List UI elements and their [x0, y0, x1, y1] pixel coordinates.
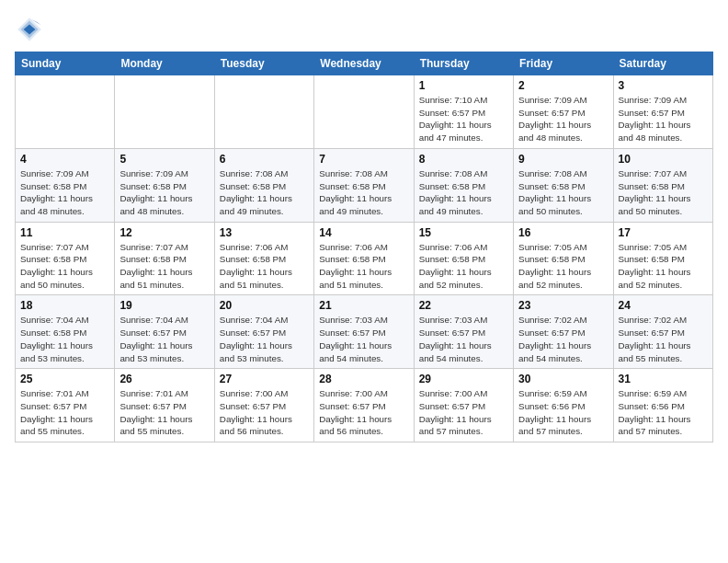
day-info: Sunrise: 7:09 AM Sunset: 6:57 PM Dayligh… — [518, 94, 608, 144]
calendar-cell — [314, 75, 414, 149]
calendar-cell: 2Sunrise: 7:09 AM Sunset: 6:57 PM Daylig… — [514, 75, 613, 149]
day-info: Sunrise: 7:08 AM Sunset: 6:58 PM Dayligh… — [220, 167, 309, 218]
day-number: 18 — [20, 299, 109, 312]
calendar-cell: 6Sunrise: 7:08 AM Sunset: 6:58 PM Daylig… — [214, 148, 313, 222]
day-info: Sunrise: 7:04 AM Sunset: 6:57 PM Dayligh… — [220, 314, 309, 364]
calendar-cell: 31Sunrise: 6:59 AM Sunset: 6:56 PM Dayli… — [613, 369, 712, 442]
weekday-header-thursday: Thursday — [414, 52, 513, 75]
calendar-cell: 23Sunrise: 7:02 AM Sunset: 6:57 PM Dayli… — [514, 295, 613, 369]
day-number: 31 — [619, 373, 708, 385]
calendar-cell — [115, 75, 214, 149]
day-number: 22 — [419, 299, 508, 312]
day-info: Sunrise: 7:00 AM Sunset: 6:57 PM Dayligh… — [220, 387, 309, 438]
day-info: Sunrise: 7:08 AM Sunset: 6:58 PM Dayligh… — [419, 167, 508, 218]
day-number: 3 — [619, 79, 708, 92]
calendar-cell: 14Sunrise: 7:06 AM Sunset: 6:58 PM Dayli… — [314, 222, 414, 295]
calendar-cell: 22Sunrise: 7:03 AM Sunset: 6:57 PM Dayli… — [414, 295, 513, 369]
calendar-week-1: 1Sunrise: 7:10 AM Sunset: 6:57 PM Daylig… — [16, 75, 713, 149]
weekday-header-row: SundayMondayTuesdayWednesdayThursdayFrid… — [16, 52, 713, 75]
calendar-cell: 12Sunrise: 7:07 AM Sunset: 6:58 PM Dayli… — [115, 222, 214, 295]
calendar-cell: 10Sunrise: 7:07 AM Sunset: 6:58 PM Dayli… — [613, 148, 712, 222]
day-number: 27 — [220, 373, 309, 385]
calendar-cell: 19Sunrise: 7:04 AM Sunset: 6:57 PM Dayli… — [115, 295, 214, 369]
calendar-cell: 21Sunrise: 7:03 AM Sunset: 6:57 PM Dayli… — [314, 295, 414, 369]
day-info: Sunrise: 7:09 AM Sunset: 6:58 PM Dayligh… — [119, 167, 209, 218]
calendar-cell: 17Sunrise: 7:05 AM Sunset: 6:58 PM Dayli… — [613, 222, 712, 295]
day-number: 14 — [319, 226, 408, 239]
day-number: 11 — [20, 226, 109, 239]
day-info: Sunrise: 7:00 AM Sunset: 6:57 PM Dayligh… — [319, 387, 408, 438]
day-info: Sunrise: 7:05 AM Sunset: 6:58 PM Dayligh… — [619, 241, 708, 292]
day-number: 12 — [119, 226, 209, 239]
day-number: 23 — [518, 299, 608, 312]
logo — [15, 15, 48, 44]
calendar-cell: 18Sunrise: 7:04 AM Sunset: 6:58 PM Dayli… — [16, 295, 115, 369]
day-number: 16 — [518, 226, 608, 239]
day-info: Sunrise: 7:06 AM Sunset: 6:58 PM Dayligh… — [319, 241, 408, 292]
day-number: 28 — [319, 373, 408, 385]
day-info: Sunrise: 7:00 AM Sunset: 6:57 PM Dayligh… — [419, 387, 508, 438]
day-info: Sunrise: 7:07 AM Sunset: 6:58 PM Dayligh… — [119, 241, 209, 292]
day-number: 30 — [518, 373, 608, 385]
day-info: Sunrise: 7:02 AM Sunset: 6:57 PM Dayligh… — [619, 314, 708, 364]
day-info: Sunrise: 7:08 AM Sunset: 6:58 PM Dayligh… — [319, 167, 408, 218]
day-number: 10 — [619, 153, 708, 166]
calendar-cell: 30Sunrise: 6:59 AM Sunset: 6:56 PM Dayli… — [514, 369, 613, 442]
day-info: Sunrise: 7:09 AM Sunset: 6:58 PM Dayligh… — [20, 167, 109, 218]
day-info: Sunrise: 7:04 AM Sunset: 6:57 PM Dayligh… — [119, 314, 209, 364]
calendar-cell: 28Sunrise: 7:00 AM Sunset: 6:57 PM Dayli… — [314, 369, 414, 442]
day-number: 1 — [419, 79, 508, 92]
weekday-header-saturday: Saturday — [613, 52, 712, 75]
day-number: 29 — [419, 373, 508, 385]
calendar-table: SundayMondayTuesdayWednesdayThursdayFrid… — [15, 52, 713, 442]
day-number: 5 — [119, 153, 209, 166]
day-info: Sunrise: 7:01 AM Sunset: 6:57 PM Dayligh… — [119, 387, 209, 438]
day-number: 25 — [20, 373, 109, 385]
day-info: Sunrise: 7:02 AM Sunset: 6:57 PM Dayligh… — [518, 314, 608, 364]
weekday-header-sunday: Sunday — [16, 52, 115, 75]
calendar-cell: 4Sunrise: 7:09 AM Sunset: 6:58 PM Daylig… — [16, 148, 115, 222]
page-header — [15, 15, 713, 44]
day-number: 17 — [619, 226, 708, 239]
day-number: 7 — [319, 153, 408, 166]
calendar-cell: 20Sunrise: 7:04 AM Sunset: 6:57 PM Dayli… — [214, 295, 313, 369]
day-info: Sunrise: 7:10 AM Sunset: 6:57 PM Dayligh… — [419, 94, 508, 144]
day-number: 15 — [419, 226, 508, 239]
calendar-cell: 5Sunrise: 7:09 AM Sunset: 6:58 PM Daylig… — [115, 148, 214, 222]
weekday-header-friday: Friday — [514, 52, 613, 75]
calendar-cell — [214, 75, 313, 149]
day-number: 20 — [220, 299, 309, 312]
day-info: Sunrise: 7:03 AM Sunset: 6:57 PM Dayligh… — [319, 314, 408, 364]
calendar-cell: 8Sunrise: 7:08 AM Sunset: 6:58 PM Daylig… — [414, 148, 513, 222]
day-info: Sunrise: 6:59 AM Sunset: 6:56 PM Dayligh… — [518, 387, 608, 438]
calendar-week-3: 11Sunrise: 7:07 AM Sunset: 6:58 PM Dayli… — [16, 222, 713, 295]
calendar-cell: 9Sunrise: 7:08 AM Sunset: 6:58 PM Daylig… — [514, 148, 613, 222]
calendar-cell: 25Sunrise: 7:01 AM Sunset: 6:57 PM Dayli… — [16, 369, 115, 442]
day-info: Sunrise: 7:07 AM Sunset: 6:58 PM Dayligh… — [619, 167, 708, 218]
calendar-cell: 24Sunrise: 7:02 AM Sunset: 6:57 PM Dayli… — [613, 295, 712, 369]
weekday-header-monday: Monday — [115, 52, 214, 75]
day-number: 24 — [619, 299, 708, 312]
calendar-week-4: 18Sunrise: 7:04 AM Sunset: 6:58 PM Dayli… — [16, 295, 713, 369]
day-info: Sunrise: 7:06 AM Sunset: 6:58 PM Dayligh… — [419, 241, 508, 292]
day-info: Sunrise: 7:05 AM Sunset: 6:58 PM Dayligh… — [518, 241, 608, 292]
day-info: Sunrise: 7:04 AM Sunset: 6:58 PM Dayligh… — [20, 314, 109, 364]
day-number: 9 — [518, 153, 608, 166]
calendar-cell: 3Sunrise: 7:09 AM Sunset: 6:57 PM Daylig… — [613, 75, 712, 149]
day-info: Sunrise: 7:08 AM Sunset: 6:58 PM Dayligh… — [518, 167, 608, 218]
calendar-cell: 11Sunrise: 7:07 AM Sunset: 6:58 PM Dayli… — [16, 222, 115, 295]
calendar-cell: 16Sunrise: 7:05 AM Sunset: 6:58 PM Dayli… — [514, 222, 613, 295]
calendar-cell: 13Sunrise: 7:06 AM Sunset: 6:58 PM Dayli… — [214, 222, 313, 295]
calendar-cell: 29Sunrise: 7:00 AM Sunset: 6:57 PM Dayli… — [414, 369, 513, 442]
day-number: 2 — [518, 79, 608, 92]
day-info: Sunrise: 7:06 AM Sunset: 6:58 PM Dayligh… — [220, 241, 309, 292]
calendar-cell — [16, 75, 115, 149]
day-number: 8 — [419, 153, 508, 166]
day-number: 6 — [220, 153, 309, 166]
calendar-cell: 15Sunrise: 7:06 AM Sunset: 6:58 PM Dayli… — [414, 222, 513, 295]
day-number: 19 — [119, 299, 209, 312]
weekday-header-tuesday: Tuesday — [214, 52, 313, 75]
weekday-header-wednesday: Wednesday — [314, 52, 414, 75]
calendar-cell: 1Sunrise: 7:10 AM Sunset: 6:57 PM Daylig… — [414, 75, 513, 149]
calendar-week-5: 25Sunrise: 7:01 AM Sunset: 6:57 PM Dayli… — [16, 369, 713, 442]
